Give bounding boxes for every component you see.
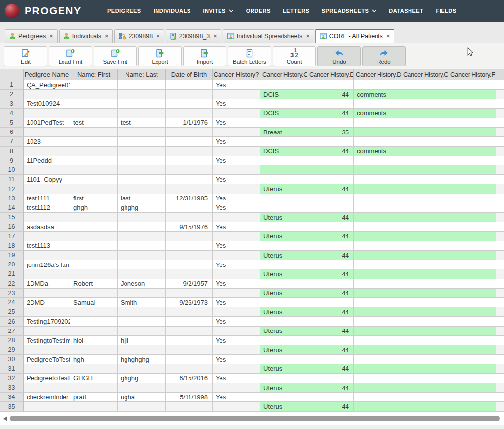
cell-pedigree-name[interactable]: 11Peddd <box>24 156 70 165</box>
row-number-cell[interactable]: 27 <box>0 327 24 336</box>
cell-cancer-extra-2[interactable] <box>448 194 496 203</box>
cell-cancer-extra-2[interactable] <box>448 364 496 374</box>
cell-cancer-comments[interactable] <box>354 317 401 326</box>
cell-name-last[interactable] <box>118 213 166 222</box>
cell-pedigree-name[interactable]: PedigreeToTestImport <box>24 355 70 364</box>
cell-cancer-age[interactable] <box>307 393 354 402</box>
cell-cancer-comments[interactable] <box>354 241 401 251</box>
cell-name-last[interactable] <box>118 269 166 279</box>
tab-individuals[interactable]: Individuals✕ <box>59 29 113 43</box>
cell-cancer-extra-2[interactable] <box>448 345 496 355</box>
cell-cancer-extra-1[interactable] <box>401 184 448 194</box>
cell-name-last[interactable] <box>118 402 166 411</box>
cell-name-first[interactable]: test <box>70 118 118 128</box>
cell-cancer-age[interactable] <box>307 222 354 231</box>
cell-cancer-history[interactable] <box>213 232 260 241</box>
cell-date-of-birth[interactable] <box>166 165 213 175</box>
cell-name-last[interactable]: last <box>118 194 166 203</box>
cell-cancer-extra-1[interactable] <box>401 156 448 165</box>
cell-cancer-history[interactable] <box>213 128 260 137</box>
cell-name-first[interactable]: Robert <box>70 279 118 289</box>
cell-cancer-age[interactable]: 44 <box>307 232 354 241</box>
cell-cancer-history[interactable]: Yes <box>213 80 260 90</box>
cell-cancer-history[interactable]: Yes <box>213 203 260 213</box>
cell-cancer-history[interactable] <box>213 402 260 411</box>
cell-partial[interactable] <box>496 260 504 269</box>
cell-cancer-site[interactable]: Uterus <box>260 327 307 336</box>
cell-cancer-comments[interactable] <box>354 260 401 269</box>
cell-cancer-comments[interactable] <box>354 298 401 307</box>
cell-cancer-extra-2[interactable] <box>448 80 496 90</box>
cell-date-of-birth[interactable]: 9/26/1973 <box>166 298 213 307</box>
cell-cancer-extra-1[interactable] <box>401 393 448 402</box>
cell-cancer-comments[interactable] <box>354 213 401 222</box>
tab-2309898-3[interactable]: 2309898_3✕ <box>166 29 221 43</box>
cell-cancer-comments[interactable] <box>354 393 401 402</box>
cell-cancer-age[interactable] <box>307 203 354 213</box>
cell-pedigree-name[interactable] <box>24 147 70 156</box>
cell-partial[interactable] <box>496 175 504 184</box>
cell-name-last[interactable]: Smith <box>118 298 166 307</box>
cell-name-last[interactable] <box>118 232 166 241</box>
cell-cancer-history[interactable]: Yes <box>213 393 260 402</box>
cell-cancer-extra-2[interactable] <box>448 241 496 251</box>
row-number-cell[interactable]: 4 <box>0 109 24 118</box>
cell-cancer-history[interactable]: Yes <box>213 241 260 251</box>
cell-cancer-history[interactable]: Yes <box>213 298 260 307</box>
cell-partial[interactable] <box>496 355 504 364</box>
cell-cancer-comments[interactable] <box>354 99 401 108</box>
nav-item-spreadsheets[interactable]: SPREADSHEETS <box>321 8 377 14</box>
cell-partial[interactable] <box>496 327 504 336</box>
cell-cancer-comments[interactable] <box>354 156 401 165</box>
cell-cancer-age[interactable]: 44 <box>307 307 354 317</box>
cell-name-first[interactable] <box>70 383 118 393</box>
row-number-cell[interactable]: 24 <box>0 298 24 307</box>
cell-cancer-extra-2[interactable] <box>448 374 496 383</box>
cell-cancer-age[interactable]: 44 <box>307 327 354 336</box>
cell-name-first[interactable] <box>70 165 118 175</box>
cell-cancer-history[interactable] <box>213 213 260 222</box>
cell-cancer-extra-1[interactable] <box>401 279 448 289</box>
cell-cancer-age[interactable]: 44 <box>307 345 354 355</box>
cell-cancer-age[interactable]: 44 <box>307 269 354 279</box>
cell-cancer-extra-2[interactable] <box>448 213 496 222</box>
column-header[interactable]: Cancer History.C <box>401 69 448 80</box>
cell-cancer-site[interactable] <box>260 336 307 345</box>
row-number-cell[interactable]: 12 <box>0 184 24 194</box>
cell-pedigree-name[interactable] <box>24 184 70 194</box>
cell-cancer-site[interactable] <box>260 137 307 146</box>
cell-cancer-extra-1[interactable] <box>401 194 448 203</box>
cell-cancer-comments[interactable] <box>354 279 401 289</box>
cell-date-of-birth[interactable] <box>166 232 213 241</box>
cell-cancer-extra-1[interactable] <box>401 222 448 231</box>
cell-name-first[interactable] <box>70 213 118 222</box>
cell-partial[interactable] <box>496 156 504 165</box>
cell-cancer-history[interactable] <box>213 147 260 156</box>
nav-item-fields[interactable]: FIELDS <box>436 8 456 14</box>
cell-name-last[interactable] <box>118 147 166 156</box>
tab-close-icon[interactable]: ✕ <box>386 34 390 39</box>
cell-cancer-extra-2[interactable] <box>448 251 496 260</box>
cell-cancer-history[interactable]: Yes <box>213 260 260 269</box>
cell-cancer-extra-2[interactable] <box>448 90 496 99</box>
column-header[interactable]: Cancer History.F <box>448 69 496 80</box>
cell-cancer-comments[interactable] <box>354 80 401 90</box>
cell-cancer-history[interactable] <box>213 307 260 317</box>
scroll-left-arrow-icon[interactable] <box>3 416 7 421</box>
cell-cancer-history[interactable]: Yes <box>213 317 260 326</box>
cell-cancer-comments[interactable] <box>354 355 401 364</box>
cell-cancer-extra-2[interactable] <box>448 137 496 146</box>
load-fmt-button[interactable]: Load Fmt <box>49 46 92 66</box>
cell-cancer-site[interactable]: Breast <box>260 128 307 137</box>
cell-pedigree-name[interactable] <box>24 327 70 336</box>
row-number-cell[interactable]: 18 <box>0 241 24 251</box>
cell-cancer-extra-2[interactable] <box>448 203 496 213</box>
cell-partial[interactable] <box>496 147 504 156</box>
cell-cancer-history[interactable] <box>213 251 260 260</box>
nav-item-invites[interactable]: INVITES <box>203 8 233 14</box>
cell-date-of-birth[interactable] <box>166 203 213 213</box>
row-number-cell[interactable]: 33 <box>0 383 24 393</box>
row-number-cell[interactable]: 32 <box>0 374 24 383</box>
cell-cancer-age[interactable] <box>307 156 354 165</box>
cell-name-first[interactable] <box>70 345 118 355</box>
